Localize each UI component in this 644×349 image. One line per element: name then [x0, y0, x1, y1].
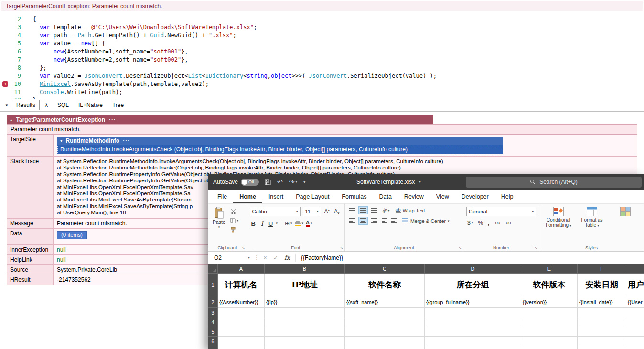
menu-tab-data[interactable]: Data: [373, 190, 397, 203]
autosave-toggle[interactable]: Off: [241, 179, 259, 186]
cell-G7[interactable]: [626, 346, 644, 349]
cell-F1[interactable]: 安装日期: [578, 274, 626, 296]
cell-F4[interactable]: [578, 317, 626, 327]
code-line-2[interactable]: 2 {: [0, 15, 644, 23]
formula-input[interactable]: {{FactoryName}}: [298, 254, 644, 261]
code-text[interactable]: var value2 = JsonConvert.DeserializeObje…: [26, 72, 437, 80]
menu-tab-formulas[interactable]: Formulas: [335, 190, 373, 203]
borders-button[interactable]: ⊞ ▾: [285, 220, 292, 227]
format-as-table-button[interactable]: Format as Table ▾: [577, 207, 607, 229]
cell-G2[interactable]: {{User: [626, 296, 644, 308]
cell-F6[interactable]: [578, 337, 626, 346]
format-painter-button[interactable]: [230, 227, 239, 233]
code-line-5[interactable]: 5 var value = new[] {: [0, 40, 644, 48]
code-line-7[interactable]: 7 new{AssetNumber=2,soft_name="soft002"}…: [0, 56, 644, 64]
menu-tab-page-layout[interactable]: Page Layout: [290, 190, 335, 203]
tab-tree[interactable]: Tree: [108, 100, 128, 110]
cell-D2[interactable]: {{group_fullname}}: [425, 296, 521, 308]
cell-C1[interactable]: 软件名称: [345, 274, 425, 296]
code-text[interactable]: var value = new[] {: [26, 40, 105, 48]
exception-header[interactable]: ▴ TargetParameterCountException ···: [7, 115, 433, 124]
code-text[interactable]: var template = @"C:\Users\Wei\Downloads\…: [26, 23, 257, 32]
cell-D5[interactable]: [425, 327, 521, 337]
column-header-A[interactable]: A: [218, 264, 265, 274]
increase-indent-button[interactable]: [390, 217, 397, 224]
number-dialog-launcher[interactable]: ↘: [534, 246, 537, 250]
enter-button[interactable]: ✓: [270, 254, 281, 261]
redo-button[interactable]: ↷ ▾: [289, 179, 297, 185]
font-dialog-launcher[interactable]: ↘: [340, 246, 343, 250]
cell-C6[interactable]: [345, 337, 425, 346]
bold-button[interactable]: B: [250, 220, 257, 227]
cell-F2[interactable]: {{install_date}}: [578, 296, 626, 308]
code-line-8[interactable]: 8 };: [0, 64, 644, 72]
cell-E7[interactable]: [521, 346, 578, 349]
number-format-combo[interactable]: General ▾: [466, 207, 536, 216]
row-header-2[interactable]: 2: [208, 296, 218, 308]
cell-C7[interactable]: [345, 346, 425, 349]
targetsite-menu-icon[interactable]: ···: [123, 137, 130, 144]
menu-tab-home[interactable]: Home: [233, 190, 262, 203]
insert-function-button[interactable]: fx: [281, 254, 293, 261]
row-header-4[interactable]: 4: [208, 317, 218, 327]
column-header-D[interactable]: D: [425, 264, 521, 274]
cell-E4[interactable]: [521, 317, 578, 327]
search-box[interactable]: Search (Alt+Q): [466, 177, 642, 188]
code-line-9[interactable]: 9 var value2 = JsonConvert.DeserializeOb…: [0, 72, 644, 80]
cell-E5[interactable]: [521, 327, 578, 337]
italic-button[interactable]: I: [259, 220, 265, 227]
row-header-3[interactable]: 3: [208, 308, 218, 317]
items-badge[interactable]: (0 items): [57, 231, 87, 239]
cell-G3[interactable]: [626, 308, 644, 317]
row-header-5[interactable]: 5: [208, 327, 218, 337]
save-button[interactable]: [265, 179, 271, 185]
menu-tab-insert[interactable]: Insert: [262, 190, 290, 203]
cell-G5[interactable]: [626, 327, 644, 337]
collapse-targetsite-icon[interactable]: ▾: [60, 138, 63, 143]
menu-tab-help[interactable]: Help: [495, 190, 520, 203]
cell-C4[interactable]: [345, 317, 425, 327]
cell-D6[interactable]: [425, 337, 521, 346]
cell-E2[interactable]: {{version}}: [521, 296, 578, 308]
cell-F5[interactable]: [578, 327, 626, 337]
name-box[interactable]: O2 ▾: [208, 252, 253, 264]
code-text[interactable]: MiniExcel.SaveAsByTemplate(path,template…: [26, 80, 209, 88]
underline-dropdown-icon[interactable]: ▾: [276, 222, 278, 225]
customize-quick-access-button[interactable]: ▾: [303, 180, 306, 184]
menu-tab-file[interactable]: File: [211, 190, 233, 203]
targetsite-value[interactable]: RuntimeMethodInfo.InvokeArgumentsCheck (…: [57, 145, 503, 154]
cell-B6[interactable]: [265, 337, 345, 346]
merge-center-button[interactable]: Merge & Center ▾: [402, 218, 450, 224]
cell-B2[interactable]: {{ip}}: [265, 296, 345, 308]
code-text[interactable]: var path = Path.GetTempPath() + Guid.New…: [26, 32, 236, 40]
cell-B4[interactable]: [265, 317, 345, 327]
menu-tab-review[interactable]: Review: [398, 190, 430, 203]
font-name-combo[interactable]: Calibri ▾: [250, 207, 301, 216]
column-header-F[interactable]: F: [578, 264, 626, 274]
cell-F3[interactable]: [578, 308, 626, 317]
font-size-combo[interactable]: 11 ▾: [303, 207, 321, 216]
exception-menu-icon[interactable]: ···: [109, 116, 116, 123]
row-header-7[interactable]: 7: [208, 346, 218, 349]
cell-B5[interactable]: [265, 327, 345, 337]
code-text[interactable]: new{AssetNumber=2,soft_name="soft002"},: [26, 56, 188, 64]
cell-D7[interactable]: [425, 346, 521, 349]
cell-G1[interactable]: 用户: [626, 274, 644, 296]
code-text[interactable]: };: [26, 64, 46, 72]
select-all-button[interactable]: [208, 264, 218, 274]
paste-button[interactable]: Paste ▾: [213, 207, 225, 233]
orientation-button[interactable]: ab ▾: [382, 208, 390, 213]
wrap-text-button[interactable]: ab Wrap Text: [396, 208, 425, 213]
cut-button[interactable]: [230, 209, 239, 214]
comma-style-button[interactable]: ,: [488, 220, 489, 226]
cell-D3[interactable]: [425, 308, 521, 317]
cell-E3[interactable]: [521, 308, 578, 317]
tab-sql[interactable]: SQL: [53, 100, 73, 110]
cell-E6[interactable]: [521, 337, 578, 346]
cell-D1[interactable]: 所在分组: [425, 274, 521, 296]
code-editor[interactable]: 2 {3 var template = @"C:\Users\Wei\Downl…: [0, 15, 644, 99]
column-header-E[interactable]: E: [521, 264, 578, 274]
cell-A4[interactable]: [218, 317, 265, 327]
cell-D4[interactable]: [425, 317, 521, 327]
cancel-button[interactable]: ×: [260, 254, 270, 261]
